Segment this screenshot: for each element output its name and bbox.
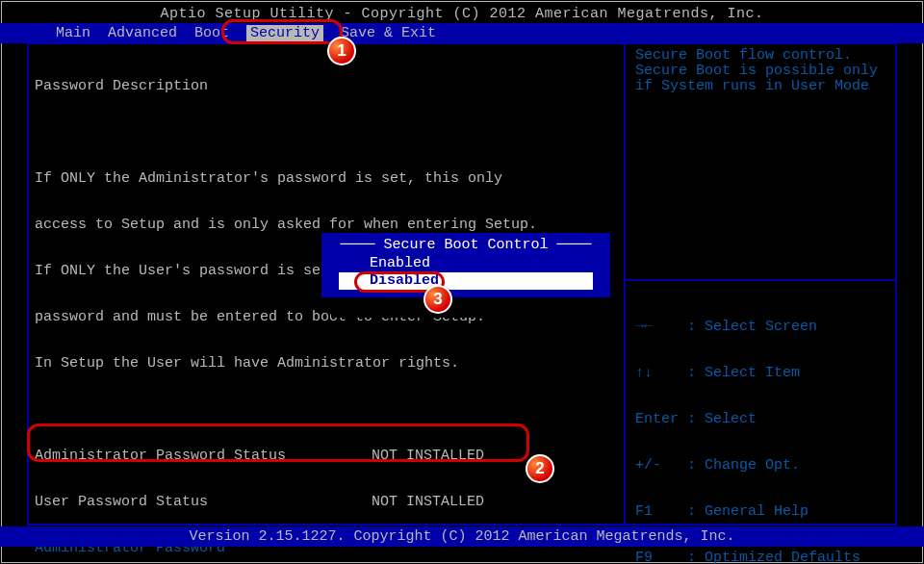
popup-option-enabled[interactable]: Enabled: [329, 255, 603, 272]
tab-advanced[interactable]: Advanced: [108, 25, 177, 41]
title-bar: Aptio Setup Utility - Copyright (C) 2012…: [0, 6, 924, 22]
popup-option-disabled[interactable]: Disabled: [339, 272, 593, 290]
vertical-separator: [624, 42, 626, 526]
tab-main[interactable]: Main: [56, 25, 90, 41]
help-panel: Secure Boot flow control. Secure Boot is…: [635, 48, 895, 94]
tab-security[interactable]: Security: [246, 25, 323, 41]
admin-pw-status: Administrator Password Status NOT INSTAL…: [35, 449, 616, 464]
horizontal-separator: [626, 279, 897, 281]
tab-boot[interactable]: Boot: [194, 25, 229, 41]
desc-line: access to Setup and is only asked for wh…: [35, 218, 616, 233]
password-description-heading: Password Description: [35, 79, 616, 94]
help-text: Secure Boot flow control. Secure Boot is…: [635, 48, 895, 94]
user-pw-status: User Password Status NOT INSTALLED: [35, 495, 616, 510]
secure-boot-control-popup: Secure Boot Control Enabled Disabled: [321, 233, 610, 297]
popup-title: Secure Boot Control: [329, 237, 603, 253]
desc-line: If ONLY the Administrator's password is …: [35, 171, 616, 187]
menu-bar: Main Advanced Boot Security Save & Exit: [0, 23, 924, 43]
key-help: →←: Select Screen ↑↓: Select Item Enter:…: [635, 289, 860, 564]
tab-save-exit[interactable]: Save & Exit: [341, 25, 436, 41]
footer: Version 2.15.1227. Copyright (C) 2012 Am…: [0, 526, 924, 547]
desc-line: In Setup the User will have Administrato…: [35, 356, 616, 372]
